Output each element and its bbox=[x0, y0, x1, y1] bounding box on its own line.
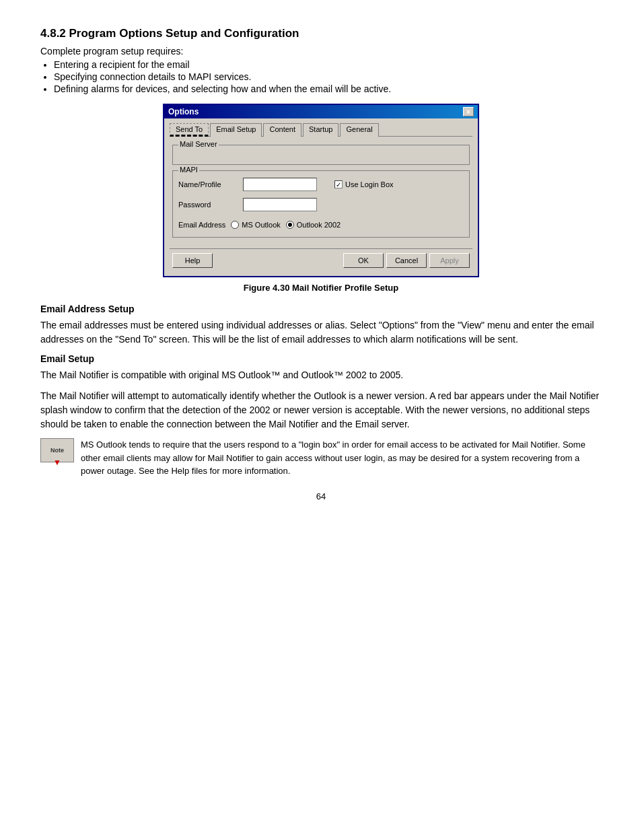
tab-email-setup[interactable]: Email Setup bbox=[210, 123, 262, 137]
mapi-group: MAPI Name/Profile ✓ Use Login Box Passwo… bbox=[172, 170, 470, 238]
dialog-content: Mail Server MAPI Name/Profile ✓ Use Logi… bbox=[170, 142, 472, 246]
note-icon-text: Note bbox=[50, 447, 64, 454]
password-row: Password bbox=[178, 198, 464, 211]
note-text: MS Outlook tends to require that the use… bbox=[81, 438, 602, 478]
tab-startup[interactable]: Startup bbox=[303, 123, 338, 137]
tab-general[interactable]: General bbox=[340, 123, 378, 137]
options-dialog: Options × Send To Email Setup Content St… bbox=[163, 104, 479, 277]
email-setup-paragraph1: The Mail Notifier is compatible with ori… bbox=[40, 368, 602, 382]
radio-ms-outlook[interactable] bbox=[231, 221, 239, 229]
note-icon: Note bbox=[40, 438, 74, 462]
email-address-setup-heading: Email Address Setup bbox=[40, 304, 602, 314]
name-profile-label: Name/Profile bbox=[178, 180, 239, 188]
dialog-wrapper: Options × Send To Email Setup Content St… bbox=[40, 104, 602, 277]
use-login-label: Use Login Box bbox=[345, 180, 394, 188]
bullet-item-2: Specifying connection details to MAPI se… bbox=[54, 71, 602, 82]
tab-content[interactable]: Content bbox=[263, 123, 301, 137]
intro-text: Complete program setup requires: bbox=[40, 46, 602, 57]
radio-outlook-2002-label: Outlook 2002 bbox=[297, 221, 341, 229]
email-address-label: Email Address bbox=[178, 221, 225, 229]
dialog-titlebar: Options × bbox=[164, 105, 478, 118]
dialog-title: Options bbox=[168, 107, 199, 116]
apply-button[interactable]: Apply bbox=[429, 253, 470, 268]
note-box: Note MS Outlook tends to require that th… bbox=[40, 438, 602, 478]
dialog-buttons: Help OK Cancel Apply bbox=[170, 248, 472, 271]
mail-server-label: Mail Server bbox=[178, 140, 219, 148]
mapi-label: MAPI bbox=[178, 166, 199, 174]
email-address-setup-paragraph: The email addresses must be entered usin… bbox=[40, 318, 602, 347]
bullet-list: Entering a recipient for the email Speci… bbox=[54, 59, 602, 94]
bullet-item-1: Entering a recipient for the email bbox=[54, 59, 602, 70]
tab-send-to[interactable]: Send To bbox=[170, 123, 209, 137]
email-setup-paragraph2: The Mail Notifier will attempt to automa… bbox=[40, 389, 602, 431]
page-number: 64 bbox=[40, 491, 602, 501]
name-profile-input[interactable] bbox=[243, 178, 317, 191]
radio-ms-outlook-group: MS Outlook bbox=[231, 221, 280, 229]
dialog-body: Send To Email Setup Content Startup Gene… bbox=[164, 118, 478, 276]
use-login-checkbox[interactable]: ✓ bbox=[334, 180, 343, 188]
radio-outlook-2002[interactable] bbox=[286, 221, 294, 229]
radio-ms-outlook-label: MS Outlook bbox=[242, 221, 280, 229]
mail-server-group: Mail Server bbox=[172, 145, 470, 165]
password-label: Password bbox=[178, 201, 239, 209]
figure-caption: Figure 4.30 Mail Notifier Profile Setup bbox=[40, 283, 602, 293]
section-heading: 4.8.2 Program Options Setup and Configur… bbox=[40, 27, 602, 40]
help-button[interactable]: Help bbox=[172, 253, 213, 268]
email-address-row: Email Address MS Outlook Outlook 2002 bbox=[178, 218, 464, 232]
cancel-button[interactable]: Cancel bbox=[386, 253, 427, 268]
use-login-box-container: ✓ Use Login Box bbox=[334, 180, 394, 188]
dialog-close-button[interactable]: × bbox=[463, 107, 474, 116]
tabs-row: Send To Email Setup Content Startup Gene… bbox=[170, 123, 472, 137]
password-input[interactable] bbox=[243, 198, 317, 211]
radio-outlook-2002-group: Outlook 2002 bbox=[286, 221, 341, 229]
ok-button[interactable]: OK bbox=[343, 253, 384, 268]
email-setup-heading: Email Setup bbox=[40, 353, 602, 364]
bullet-item-3: Defining alarms for devices, and selecti… bbox=[54, 83, 602, 94]
name-profile-row: Name/Profile ✓ Use Login Box bbox=[178, 178, 464, 191]
